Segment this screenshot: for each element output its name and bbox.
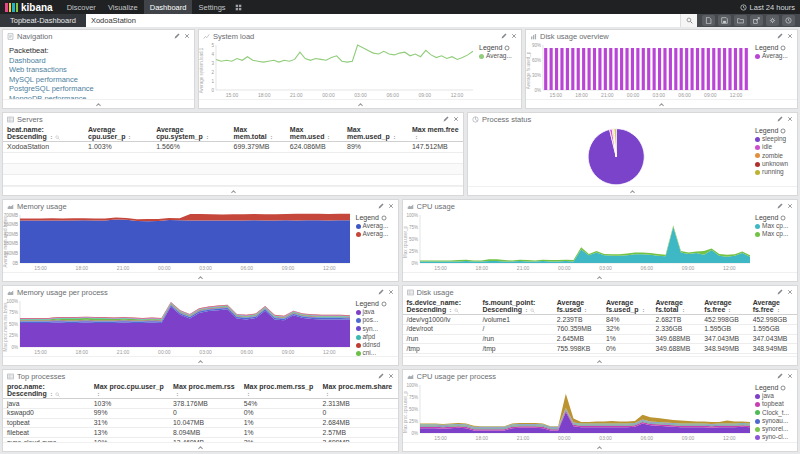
close-panel-button[interactable]: [388, 203, 394, 209]
legend-item[interactable]: Averag...: [356, 230, 397, 238]
edit-panel-button[interactable]: [378, 289, 384, 295]
close-panel-button[interactable]: [787, 33, 793, 39]
legend-item[interactable]: afpd: [356, 333, 397, 341]
legend-item[interactable]: pos...: [356, 316, 397, 324]
legend-header[interactable]: Legend: [755, 383, 796, 392]
timepicker-button[interactable]: Last 24 hours: [740, 3, 795, 12]
disk-usage-overview-chart[interactable]: 0%30%60%90%15:0018:0021:0000:0003:0006:0…: [526, 42, 753, 99]
column-header[interactable]: Max mem.free: [408, 125, 463, 142]
new-document-button[interactable]: [702, 15, 715, 26]
legend-item[interactable]: Averag...: [479, 52, 520, 60]
close-panel-button[interactable]: [388, 289, 394, 295]
column-header[interactable]: Max proc.cpu.user_p: [90, 382, 169, 399]
column-header[interactable]: Max proc.mem.rss: [169, 382, 240, 399]
legend-item[interactable]: ddnsd: [356, 341, 397, 349]
column-header[interactable]: Max mem.total: [230, 125, 286, 142]
close-panel-button[interactable]: [453, 116, 459, 122]
edit-panel-button[interactable]: [378, 373, 384, 379]
legend-header[interactable]: Legend: [755, 213, 796, 222]
edit-panel-button[interactable]: [777, 203, 783, 209]
nav-item-discover[interactable]: Discover: [61, 0, 102, 14]
nav-link[interactable]: PostgreSQL performance: [9, 84, 188, 93]
save-button[interactable]: [718, 15, 731, 26]
legend-item[interactable]: Averag...: [356, 222, 397, 230]
cpu-usage-chart[interactable]: 0%25%50%75%100%15:0018:0021:0000:0003:00…: [403, 212, 754, 272]
close-panel-button[interactable]: [787, 289, 793, 295]
close-panel-button[interactable]: [184, 33, 190, 39]
gear-button[interactable]: [766, 15, 779, 26]
legend-header[interactable]: Legend: [356, 299, 397, 308]
legend-header[interactable]: Legend: [755, 126, 796, 135]
collapse-panel-button[interactable]: [3, 272, 398, 281]
nav-link[interactable]: MySQL performance: [9, 75, 188, 84]
legend-header[interactable]: Legend: [755, 43, 796, 52]
edit-panel-button[interactable]: [378, 203, 384, 209]
kibana-logo[interactable]: kibana: [5, 2, 53, 13]
legend-item[interactable]: Max cp...: [755, 230, 796, 238]
collapse-panel-button[interactable]: [3, 99, 194, 108]
cpu-usage-per-process-chart[interactable]: 0%25%50%75%100%15:0018:0021:0000:0003:00…: [403, 382, 754, 442]
collapse-panel-button[interactable]: [3, 186, 463, 195]
dashboard-tab[interactable]: Topbeat-Dashboard: [0, 14, 86, 27]
apps-grid-icon[interactable]: [235, 4, 242, 11]
nav-item-dashboard[interactable]: Dashboard: [144, 0, 193, 14]
legend-item[interactable]: idle: [755, 143, 796, 151]
collapse-panel-button[interactable]: [3, 356, 398, 365]
nav-link[interactable]: MongoDB performance: [9, 94, 188, 99]
collapse-panel-button[interactable]: [3, 442, 398, 451]
query-input[interactable]: [86, 14, 680, 27]
edit-panel-button[interactable]: [777, 289, 783, 295]
legend-item[interactable]: syn...: [356, 325, 397, 333]
legend-item[interactable]: cni...: [356, 349, 397, 356]
column-header[interactable]: Average fs.used_p: [602, 298, 652, 315]
close-panel-button[interactable]: [787, 203, 793, 209]
legend-item[interactable]: running: [755, 168, 796, 176]
open-folder-button[interactable]: [734, 15, 747, 26]
collapse-panel-button[interactable]: [403, 442, 798, 451]
legend-item[interactable]: sleeping: [755, 135, 796, 143]
legend-item[interactable]: Averag...: [755, 52, 796, 60]
close-panel-button[interactable]: [787, 373, 793, 379]
legend-header[interactable]: Legend: [356, 213, 397, 222]
edit-panel-button[interactable]: [443, 116, 449, 122]
column-header[interactable]: Average fs.used: [553, 298, 602, 315]
legend-item[interactable]: synorel...: [755, 425, 796, 433]
legend-item[interactable]: synoau...: [755, 417, 796, 425]
clock-button[interactable]: [782, 15, 795, 26]
edit-panel-button[interactable]: [501, 33, 507, 39]
collapse-panel-button[interactable]: [403, 272, 798, 281]
collapse-panel-button[interactable]: [468, 186, 797, 195]
collapse-panel-button[interactable]: [199, 99, 521, 108]
edit-panel-button[interactable]: [174, 33, 180, 39]
legend-item[interactable]: java: [356, 308, 397, 316]
process-status-pie[interactable]: [468, 125, 753, 186]
search-button[interactable]: [680, 14, 697, 27]
memory-usage-per-process-chart[interactable]: 0%25%50%75%100%15:0018:0021:0000:0003:00…: [3, 298, 354, 356]
edit-panel-button[interactable]: [777, 373, 783, 379]
column-header[interactable]: Average fs.total: [652, 298, 701, 315]
nav-item-settings[interactable]: Settings: [192, 0, 231, 14]
memory-usage-chart[interactable]: 0B140MB280MB420MB560MB700MB15:0018:0021:…: [3, 212, 354, 272]
column-header[interactable]: proc.name: Descending: [3, 382, 90, 399]
column-header[interactable]: Max proc.mem.share: [319, 382, 398, 399]
legend-header[interactable]: Legend: [479, 43, 520, 52]
legend-item[interactable]: zombie: [755, 152, 796, 160]
column-header[interactable]: fs.mount_point: Descending: [478, 298, 552, 315]
close-panel-button[interactable]: [388, 373, 394, 379]
nav-item-visualize[interactable]: Visualize: [102, 0, 144, 14]
nav-link[interactable]: Dashboard: [9, 56, 188, 65]
legend-item[interactable]: topbeat: [755, 400, 796, 408]
legend-item[interactable]: unknown: [755, 160, 796, 168]
column-header[interactable]: fs.device_name: Descending: [403, 298, 479, 315]
edit-panel-button[interactable]: [777, 116, 783, 122]
collapse-panel-button[interactable]: [526, 99, 797, 108]
column-header[interactable]: Max mem.used_p: [343, 125, 408, 142]
share-button[interactable]: [750, 15, 763, 26]
legend-item[interactable]: java: [755, 392, 796, 400]
nav-link[interactable]: Web transactions: [9, 65, 188, 74]
column-header[interactable]: Max mem.used: [286, 125, 343, 142]
column-header[interactable]: beat.name: Descending: [3, 125, 84, 142]
system-load-chart[interactable]: 01234515:0018:0021:0000:0003:0006:0009:0…: [199, 42, 477, 99]
column-header[interactable]: Average cpu.user_p: [84, 125, 152, 142]
close-panel-button[interactable]: [511, 33, 517, 39]
